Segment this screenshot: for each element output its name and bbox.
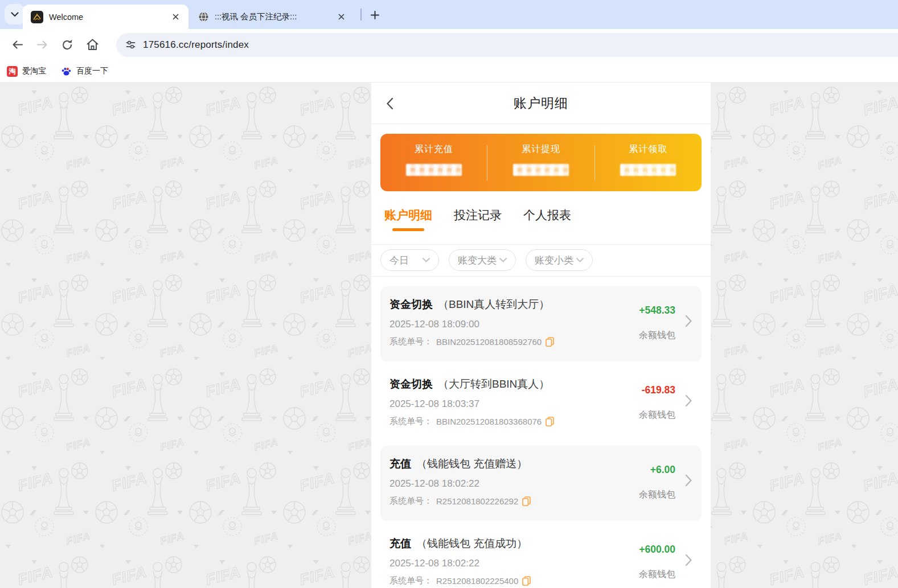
chevron-right-icon[interactable] [685, 315, 692, 327]
chevron-down-icon [11, 12, 19, 17]
tab-bet-records[interactable]: 投注记录 [454, 207, 502, 231]
new-tab-button[interactable] [367, 7, 383, 23]
tab-personal-report[interactable]: 个人报表 [523, 207, 571, 231]
baidu-paw-icon [61, 66, 72, 77]
transaction-datetime: 2025-12-08 18:09:00 [389, 319, 692, 330]
tab-search-button[interactable] [5, 4, 25, 24]
chevron-down-icon [576, 258, 584, 262]
copy-icon[interactable] [546, 337, 554, 347]
transaction-amount: +600.00 [639, 544, 675, 556]
transaction-note: （BBIN真人转到大厅） [438, 298, 550, 310]
order-label: 系统单号： [389, 575, 432, 586]
tab-label: 个人报表 [523, 208, 571, 221]
address-bar[interactable]: 175616.cc/reports/index [116, 33, 898, 57]
order-number: BBIN202512081808592760 [436, 337, 542, 347]
active-tab-underline [392, 228, 424, 231]
transaction-datetime: 2025-12-08 18:02:22 [389, 558, 692, 569]
transaction-amount: +6.00 [650, 464, 675, 476]
masked-value [406, 164, 462, 176]
transaction-note: （钱能钱包 充值成功） [416, 537, 527, 549]
close-icon[interactable] [171, 12, 181, 22]
browser-tab-records[interactable]: :::视讯 会员下注纪录::: [190, 5, 354, 29]
filter-bar: 今日 账变大类 账变小类 [371, 245, 711, 277]
copy-icon[interactable] [522, 576, 531, 586]
taobao-icon: 淘 [7, 66, 18, 77]
date-filter-dropdown[interactable]: 今日 [380, 249, 439, 271]
order-label: 系统单号： [389, 496, 432, 507]
masked-value [513, 164, 569, 176]
account-detail-page: 账户明细 累计充值 累计提现 累计领取 账户明细 投注记录 个人报表 [371, 83, 711, 588]
home-button[interactable] [81, 34, 104, 56]
page-header: 账户明细 [371, 83, 711, 124]
total-withdraw: 累计提现 [487, 134, 594, 191]
chevron-down-icon [499, 258, 507, 262]
transaction-row[interactable]: 资金切换（大厅转到BBIN真人） 2025-12-08 18:03:37 系统单… [380, 366, 702, 441]
minor-category-dropdown[interactable]: 账变小类 [526, 249, 593, 271]
transaction-title: 充值（钱能钱包 充值赠送） [389, 457, 692, 471]
transaction-datetime: 2025-12-08 18:02:22 [389, 478, 692, 490]
stat-label: 累计提现 [522, 143, 560, 155]
transaction-row[interactable]: 充值（钱能钱包 充值赠送） 2025-12-08 18:02:22 系统单号： … [380, 446, 702, 521]
transaction-type: 资金切换 [389, 378, 433, 390]
total-claimed: 累计领取 [595, 134, 702, 191]
tab-strip-divider [360, 9, 362, 20]
bookmark-aitaobao[interactable]: 淘 爱淘宝 [7, 66, 46, 77]
bookmarks-bar: 淘 爱淘宝 百度一下 [0, 60, 898, 83]
back-chevron-icon[interactable] [386, 97, 399, 110]
transaction-note: （大厅转到BBIN真人） [438, 378, 550, 390]
order-label: 系统单号： [389, 416, 432, 427]
wallet-label: 余额钱包 [639, 330, 675, 342]
copy-icon[interactable] [546, 417, 554, 426]
bookmark-label: 爱淘宝 [22, 66, 46, 76]
filter-label: 账变小类 [535, 254, 573, 267]
gold-dragon-icon [31, 11, 43, 23]
reload-button[interactable] [56, 34, 79, 56]
browser-tab-strip: Welcome :::视讯 会员下注纪录::: [0, 0, 898, 29]
masked-value [620, 164, 676, 176]
wallet-label: 余额钱包 [639, 409, 675, 421]
transaction-amount: -619.83 [642, 384, 675, 396]
browser-tab-welcome[interactable]: Welcome [23, 5, 188, 29]
total-deposit: 累计充值 [380, 134, 487, 191]
transaction-row[interactable]: 充值（钱能钱包 充值成功） 2025-12-08 18:02:22 系统单号： … [380, 525, 702, 588]
transaction-list: 资金切换（BBIN真人转到大厅） 2025-12-08 18:09:00 系统单… [371, 286, 711, 588]
transaction-note: （钱能钱包 充值赠送） [416, 458, 527, 470]
page-title: 账户明细 [514, 94, 568, 112]
globe-icon [198, 11, 209, 22]
url-text[interactable]: 175616.cc/reports/index [143, 39, 249, 51]
stat-label: 累计领取 [629, 143, 667, 155]
bookmark-label: 百度一下 [76, 66, 108, 76]
totals-card: 累计充值 累计提现 累计领取 [380, 134, 702, 191]
chevron-down-icon [423, 258, 430, 262]
filter-label: 今日 [389, 254, 409, 267]
transaction-type: 充值 [389, 537, 411, 549]
stat-label: 累计充值 [415, 143, 453, 155]
close-icon[interactable] [337, 12, 346, 22]
transaction-type: 充值 [389, 458, 411, 470]
order-number: R2512081802225400 [436, 576, 518, 586]
transaction-datetime: 2025-12-08 18:03:37 [389, 398, 692, 410]
copy-icon[interactable] [522, 496, 531, 506]
chevron-right-icon[interactable] [685, 394, 692, 407]
bookmark-baidu[interactable]: 百度一下 [61, 66, 108, 77]
tab-account-detail[interactable]: 账户明细 [384, 207, 432, 231]
wallet-label: 余额钱包 [639, 569, 675, 581]
browser-navbar: 175616.cc/reports/index [0, 29, 898, 60]
order-label: 系统单号： [389, 336, 432, 347]
transaction-type: 资金切换 [389, 298, 433, 310]
chevron-right-icon[interactable] [685, 554, 692, 566]
filter-label: 账变大类 [458, 254, 497, 267]
tab-label: 投注记录 [454, 208, 502, 221]
order-number: R2512081802226292 [436, 496, 518, 506]
tab-label: 账户明细 [384, 208, 432, 221]
report-tabs: 账户明细 投注记录 个人报表 [371, 207, 711, 231]
wallet-label: 余额钱包 [639, 489, 675, 501]
transaction-amount: +548.33 [639, 305, 675, 316]
major-category-dropdown[interactable]: 账变大类 [449, 249, 516, 271]
transaction-row[interactable]: 资金切换（BBIN真人转到大厅） 2025-12-08 18:09:00 系统单… [380, 286, 702, 361]
back-button[interactable] [6, 34, 28, 56]
order-number: BBIN202512081803368076 [436, 417, 542, 426]
site-settings-icon[interactable] [125, 39, 136, 50]
forward-button[interactable] [31, 34, 54, 56]
chevron-right-icon[interactable] [685, 474, 692, 487]
